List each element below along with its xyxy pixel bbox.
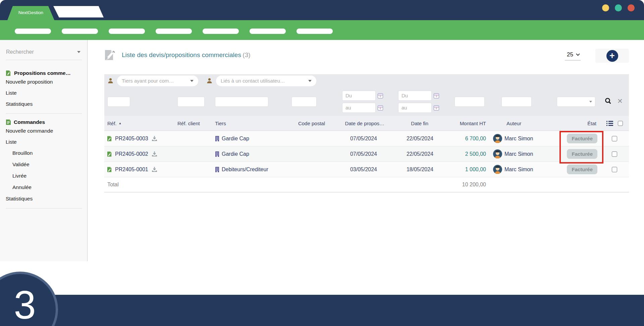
left-sidebar: Rechercher Propositions comme… Nouvelle … [0,40,88,261]
filter-date-prop-from-input[interactable]: Du [342,91,376,101]
filter-company-placeholder: Tiers ayant pour com… [122,78,174,84]
menu-pill[interactable] [203,29,239,34]
sidebar-item-validee[interactable]: Validée [6,159,82,170]
column-header-ref-client[interactable]: Réf. client [177,116,215,131]
doc-pencil-icon [6,70,11,76]
sidebar-item-brouillon[interactable]: Brouillon [6,147,82,159]
date-prop-cell: 03/05/2024 [326,162,384,177]
sidebar-item-annulee[interactable]: Annulée [6,182,82,193]
sidebar-search-input[interactable]: Rechercher [6,49,82,60]
column-header-etat[interactable]: État [553,116,604,131]
menu-pill[interactable] [62,29,98,34]
page-size-value: 25 [567,51,573,58]
filter-ref-client-input[interactable] [177,97,205,107]
filter-montant-input[interactable] [454,97,485,107]
download-icon[interactable] [152,151,157,157]
proposal-ref-link[interactable]: PR2405-0002 [115,151,148,157]
column-header-auteur[interactable]: Auteur [486,116,553,131]
sidebar-item-nouvelle-commande[interactable]: Nouvelle commande [6,125,82,136]
tiers-link[interactable]: Gardie Cap [222,151,249,157]
table-row[interactable]: PR2405-0003 Gardie Cap 07/05/2024 22/05/… [104,131,629,146]
column-header-code-postal[interactable]: Code postal [288,116,326,131]
filter-date-fin-to-input[interactable]: au [398,103,432,113]
sidebar-section-propositions[interactable]: Propositions comme… [6,70,82,76]
author-avatar [493,134,502,143]
table-row[interactable]: PR2405-0001 Debiteurs/Crediteur 03/05/20… [104,162,629,177]
proposal-doc-icon [107,136,112,142]
filter-etat-select[interactable] [557,97,595,107]
download-icon[interactable] [152,136,157,141]
calendar-icon[interactable] [434,105,439,110]
clear-filters-icon[interactable]: ✕ [617,98,623,104]
secondary-tab[interactable] [53,6,104,17]
user-icon [206,78,213,84]
sidebar-item-statistiques-commandes[interactable]: Statistiques [6,193,82,204]
window-title-bar: NextGestion [0,0,644,20]
author-link[interactable]: Marc Simon [504,167,533,173]
row-checkbox[interactable] [612,151,617,157]
filter-contact-placeholder: Liés à un contact utilisateu… [221,78,285,84]
building-icon [215,151,219,157]
row-checkbox[interactable] [612,167,617,172]
menu-pill[interactable] [250,29,286,34]
sidebar-section-commandes[interactable]: Commandes [6,119,82,125]
calendar-icon[interactable] [378,93,383,98]
yellow-dot-icon[interactable] [602,4,609,11]
sidebar-item-nouvelle-proposition[interactable]: Nouvelle proposition [6,76,82,87]
download-icon[interactable] [152,167,157,172]
teal-dot-icon[interactable] [615,4,622,11]
select-all-checkbox[interactable] [618,121,623,126]
calendar-icon[interactable] [378,105,383,110]
chevron-down-icon [589,101,592,103]
filter-code-postal-input[interactable] [291,97,317,107]
sidebar-item-livree[interactable]: Livrée [6,170,82,182]
author-link[interactable]: Marc Simon [504,136,533,142]
add-proposal-button[interactable]: + [595,49,629,63]
menu-pill[interactable] [297,29,333,34]
bottom-band [0,295,644,326]
column-header-date-prop[interactable]: Date de propos… [326,116,384,131]
proposal-doc-icon [107,167,112,173]
filter-date-prop-to-input[interactable]: au [342,103,376,113]
date-prop-cell: 07/05/2024 [326,146,384,161]
author-link[interactable]: Marc Simon [504,151,533,157]
chevron-down-icon [576,53,580,56]
calendar-icon[interactable] [434,93,439,98]
column-header-montant[interactable]: Montant HT [433,116,486,131]
proposal-doc-icon [107,151,112,157]
filter-date-fin-from-input[interactable]: Du [398,91,432,101]
brand-tab[interactable]: NextGestion [7,6,54,20]
page-size-select[interactable]: 25 [565,51,581,60]
sidebar-item-liste-propositions[interactable]: Liste [6,87,82,98]
filter-company-select[interactable]: Tiers ayant pour com… [117,76,198,86]
menu-pill[interactable] [156,29,192,34]
column-header-date-fin[interactable]: Date fin [384,116,433,131]
filter-tiers-input[interactable] [215,97,268,107]
page-title: Liste des devis/propositions commerciale… [122,51,241,58]
filter-contact-select[interactable]: Liés à un contact utilisateu… [216,76,316,86]
table-total-row: Total 10 200,00 [104,177,629,192]
menu-pill[interactable] [109,29,145,34]
column-header-ref[interactable]: Réf.▲ [104,116,177,131]
red-dot-icon[interactable] [628,4,635,11]
proposal-ref-link[interactable]: PR2405-0003 [115,136,148,142]
proposal-ref-link[interactable]: PR2405-0001 [115,167,148,173]
filter-panel: Tiers ayant pour com… Liés à un contact … [104,74,629,116]
search-icon[interactable] [604,97,612,105]
tiers-link[interactable]: Gardie Cap [222,136,249,142]
filter-auteur-input[interactable] [501,97,532,107]
filter-ref-input[interactable] [107,97,130,107]
montant-cell: 2 500,00 [433,146,486,161]
table-row[interactable]: PR2405-0002 Gardie Cap 07/05/2024 22/05/… [104,146,629,162]
column-header-tiers[interactable]: Tiers [215,116,288,131]
sidebar-section-title: Commandes [14,119,45,125]
tiers-link[interactable]: Debiteurs/Crediteur [222,167,268,173]
sidebar-item-statistiques-propositions[interactable]: Statistiques [6,98,82,109]
chevron-down-icon [77,51,80,53]
sidebar-item-liste-commandes[interactable]: Liste [6,136,82,147]
row-checkbox[interactable] [612,136,617,141]
menu-pill[interactable] [15,29,51,34]
list-view-icon[interactable] [606,121,613,126]
sidebar-section-title: Propositions comme… [14,70,71,76]
sort-asc-icon: ▲ [119,122,122,125]
